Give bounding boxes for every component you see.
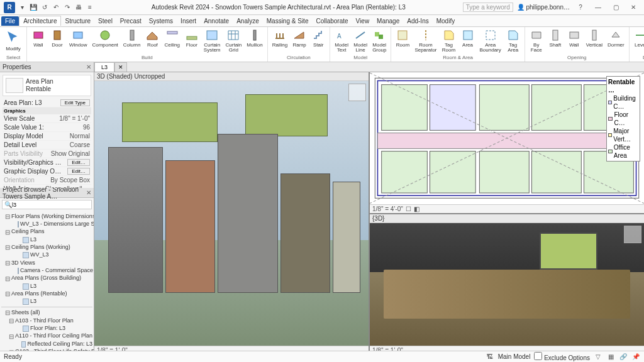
menu-steel[interactable]: Steel <box>94 16 116 26</box>
view-tab-close-icon[interactable]: ✕ <box>114 62 127 72</box>
view-control-bar[interactable]: 1/8" = 1'-0" <box>94 346 369 351</box>
tree-item[interactable]: Camera - Commercial Space L3 <box>1 267 92 275</box>
tree-item[interactable]: ⊟ A103 - Third Floor Plan <box>1 317 92 325</box>
rbtn-dormer[interactable]: Dormer <box>606 28 626 54</box>
tree-item[interactable]: WV_L3 - Dimensions Large Scale <box>1 221 92 228</box>
prop-row[interactable]: Visibility/Graphics …Edit… <box>3 158 91 167</box>
view-cube[interactable] <box>348 84 366 101</box>
rbtn-wall[interactable]: Wall <box>30 28 47 54</box>
tree-item[interactable]: ⊟ A110 - Third Floor Ceiling Plan <box>1 332 92 341</box>
instance-selector[interactable]: Area Plan: L3 <box>4 99 42 106</box>
rbtn-ceiling[interactable]: Ceiling <box>162 28 181 54</box>
minimize-icon[interactable]: — <box>591 2 605 13</box>
tree-item[interactable]: ⊟ Sheets (all) <box>1 309 92 317</box>
maximize-icon[interactable]: ▢ <box>609 2 623 13</box>
menu-precast[interactable]: Precast <box>116 16 145 26</box>
tree-item[interactable]: Floor Plan: L3 <box>1 325 92 332</box>
menu-addins[interactable]: Add-Ins <box>403 16 432 26</box>
rbtn-room[interactable]: Room <box>394 28 411 54</box>
floor-plan-canvas[interactable] <box>370 72 644 204</box>
user-account-button[interactable]: 👤 philippe.bonn… <box>517 4 570 11</box>
rbtn-tagroom[interactable]: TagRoom <box>440 28 458 54</box>
rbtn-roof[interactable]: Roof <box>143 28 161 54</box>
exclude-options-checkbox[interactable]: Exclude Options <box>534 352 590 361</box>
rbtn-window[interactable]: Window <box>67 28 89 54</box>
tree-item[interactable]: ⊟ Area Plans (Rentable) <box>1 290 92 298</box>
sb-filter-icon[interactable]: ▽ <box>594 353 602 361</box>
tree-item[interactable]: Reflected Ceiling Plan: L3 <box>1 341 92 348</box>
sb-pin-icon[interactable]: 📌 <box>631 353 640 361</box>
rbtn-stair[interactable]: Stair <box>309 28 327 54</box>
menu-systems[interactable]: Systems <box>145 16 177 26</box>
rbtn-curtaingrid[interactable]: CurtainGrid <box>224 28 244 54</box>
menu-architecture[interactable]: Architecture <box>19 16 61 26</box>
rbtn-door[interactable]: Door <box>48 28 66 54</box>
menu-collaborate[interactable]: Collaborate <box>312 16 352 26</box>
rbtn-level[interactable]: Level <box>632 28 644 54</box>
menu-structure[interactable]: Structure <box>61 16 94 26</box>
qat-undo-icon[interactable]: ↶ <box>52 3 60 12</box>
tree-item[interactable]: ⊟ Ceiling Plans (Working) <box>1 243 92 251</box>
view-cb-icon[interactable]: ☐ <box>406 206 411 212</box>
rbtn-ramp[interactable]: Ramp <box>291 28 308 54</box>
tree-item[interactable]: ⊟ Ceiling Plans <box>1 228 92 236</box>
view-pane-area-plan[interactable]: Rentable …Building C…Floor C…Major Vert…… <box>370 72 644 213</box>
rbtn-areaboundary[interactable]: AreaBoundary <box>478 28 503 54</box>
threeview-canvas[interactable] <box>94 81 369 346</box>
tree-item[interactable]: L3 <box>1 236 92 244</box>
rbtn-modeltext[interactable]: AModelText <box>333 28 350 54</box>
project-browser-close-icon[interactable]: ✕ <box>86 189 91 196</box>
rbtn-tagarea[interactable]: TagArea <box>504 28 522 54</box>
rbtn-column[interactable]: Column <box>121 28 143 54</box>
rbtn-shaft[interactable]: Shaft <box>547 28 564 54</box>
view-cube[interactable] <box>624 226 641 243</box>
edit-type-button[interactable]: Edit Type <box>60 99 90 106</box>
render-canvas[interactable] <box>370 223 644 346</box>
qat-save-icon[interactable]: 💾 <box>29 3 38 12</box>
prop-edit-button[interactable]: Edit… <box>67 168 90 175</box>
menu-file[interactable]: File <box>1 16 19 26</box>
view-control-bar[interactable]: 1/8" = 1'-0" <box>370 346 644 351</box>
main-model-button[interactable]: Main Model <box>498 353 531 360</box>
qat-measure-icon[interactable]: ≡ <box>86 3 94 12</box>
prop-row[interactable]: Graphic Display O…Edit… <box>3 167 91 176</box>
rbtn-curtainsystem[interactable]: CurtainSystem <box>202 28 223 54</box>
tree-item[interactable]: L3 <box>1 283 92 290</box>
sb-link-icon[interactable]: 🔗 <box>619 353 628 361</box>
properties-close-icon[interactable]: ✕ <box>86 63 91 70</box>
view-pane-camera-3d[interactable]: {3D} 1/8" = 1'-0" <box>370 214 644 351</box>
rbtn-roomseparator[interactable]: RoomSeparator <box>413 28 438 54</box>
prop-row[interactable]: View Scale1/8" = 1'-0" <box>3 114 91 123</box>
qat-redo-icon[interactable]: ↷ <box>63 3 72 12</box>
rbtn-area[interactable]: Area <box>459 28 477 54</box>
prop-row[interactable]: Scale Value 1:96 <box>3 123 91 132</box>
tree-item[interactable]: ⊟ Area Plans (Gross Building) <box>1 275 92 283</box>
prop-row[interactable]: Detail LevelCoarse <box>3 141 91 150</box>
menu-massingsite[interactable]: Massing & Site <box>263 16 313 26</box>
rbtn-modelline[interactable]: ModelLine <box>352 28 369 54</box>
menu-manage[interactable]: Manage <box>373 16 403 26</box>
search-help-field[interactable]: Type a keyword <box>463 3 513 12</box>
menu-view[interactable]: View <box>352 16 374 26</box>
menu-analyze[interactable]: Analyze <box>233 16 263 26</box>
type-selector[interactable]: Area PlanRentable <box>3 75 91 96</box>
rbtn-railing[interactable]: Railing <box>270 28 289 54</box>
tree-item[interactable]: L3 <box>1 298 92 305</box>
tree-item[interactable]: WV_L3 <box>1 251 92 259</box>
sb-select-icon[interactable]: ▦ <box>606 353 615 361</box>
rbtn-component[interactable]: Component <box>90 28 119 54</box>
menu-modify[interactable]: Modify <box>433 16 458 26</box>
qat-print-icon[interactable]: 🖶 <box>74 3 83 12</box>
view-control-bar[interactable]: 1/8" = 4'-0" ☐ ◧ <box>370 204 644 213</box>
qat-open-icon[interactable]: ▾ <box>18 3 26 12</box>
qat-sync-icon[interactable]: ↺ <box>40 3 49 12</box>
view-tab-l3[interactable]: L3 <box>94 62 114 72</box>
rbtn-modify[interactable]: Modify <box>3 28 24 54</box>
rbtn-mullion[interactable]: Mullion <box>245 28 264 54</box>
rbtn-wall[interactable]: Wall <box>565 28 583 54</box>
help-icon[interactable]: ? <box>574 2 587 13</box>
tree-item[interactable]: ⊟ Floor Plans (Working Dimensions) <box>1 212 92 221</box>
prop-edit-button[interactable]: Edit… <box>67 159 90 166</box>
menu-annotate[interactable]: Annotate <box>200 16 233 26</box>
workset-icon[interactable]: 🏗 <box>486 353 494 361</box>
